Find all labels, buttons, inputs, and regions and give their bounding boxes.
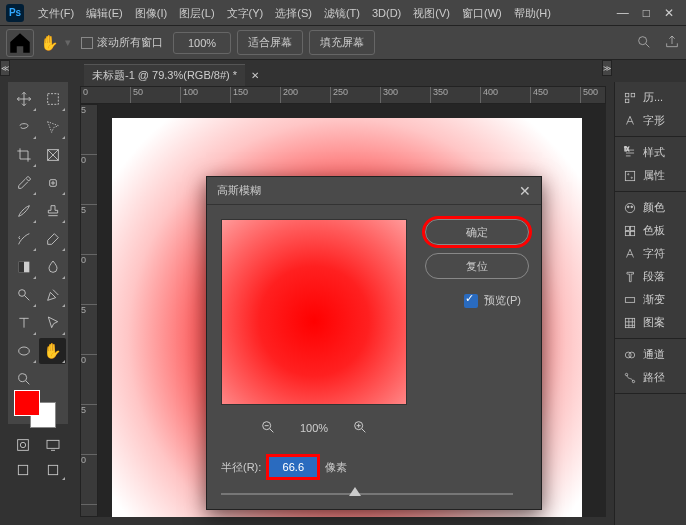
window-maximize-icon[interactable]: □ <box>643 6 650 20</box>
panel-swatches[interactable]: 色板 <box>615 219 686 242</box>
fit-screen-button[interactable]: 适合屏幕 <box>237 30 303 55</box>
svg-rect-9 <box>18 440 29 451</box>
panel-glyphs[interactable]: 字形 <box>615 109 686 132</box>
zoom-in-icon[interactable] <box>352 419 368 437</box>
reset-button[interactable]: 复位 <box>425 253 529 279</box>
type-tool[interactable] <box>10 310 37 336</box>
heal-tool[interactable] <box>39 170 66 196</box>
document-tab[interactable]: 未标题-1 @ 79.3%(RGB/8#) * ✕ <box>80 64 269 86</box>
svg-point-23 <box>631 205 633 207</box>
home-icon[interactable] <box>6 29 34 57</box>
share-icon[interactable] <box>664 34 680 52</box>
hand-tool-icon[interactable]: ✋ <box>40 34 59 52</box>
blur-tool[interactable] <box>39 254 66 280</box>
menu-layer[interactable]: 图层(L) <box>173 0 220 26</box>
quick-mask-icon[interactable] <box>10 434 37 456</box>
options-bar: ✋ ▾ 滚动所有窗口 100% 适合屏幕 填充屏幕 <box>0 26 686 60</box>
quick-select-tool[interactable] <box>39 114 66 140</box>
brush-tool[interactable] <box>10 198 37 224</box>
foreground-color-swatch[interactable] <box>14 390 40 416</box>
svg-rect-25 <box>631 226 635 230</box>
color-swatches[interactable] <box>12 388 58 430</box>
search-icon[interactable] <box>636 34 652 52</box>
history-brush-tool[interactable] <box>10 226 37 252</box>
dodge-tool[interactable] <box>10 282 37 308</box>
svg-point-31 <box>629 352 635 358</box>
preview-checkbox[interactable]: 预览(P) <box>464 293 521 308</box>
radius-input[interactable]: 66.6 <box>269 457 317 477</box>
radius-label: 半径(R): <box>221 460 261 475</box>
shape-tool[interactable] <box>10 338 37 364</box>
menu-type[interactable]: 文字(Y) <box>221 0 270 26</box>
svg-point-19 <box>628 173 629 174</box>
preview-area[interactable] <box>221 219 407 405</box>
dialog-close-icon[interactable]: ✕ <box>519 183 531 199</box>
checkbox-icon <box>464 294 478 308</box>
lasso-tool[interactable] <box>10 114 37 140</box>
screen-mode-icon[interactable] <box>40 434 67 456</box>
left-collapse-icon[interactable]: ≪ <box>0 60 10 76</box>
window-minimize-icon[interactable]: — <box>617 6 629 20</box>
panel-gradients[interactable]: 渐变 <box>615 288 686 311</box>
svg-point-10 <box>21 442 26 447</box>
svg-rect-16 <box>625 99 629 103</box>
right-panels: 历... 字形 fx样式 属性 颜色 色板 字符 段落 渐变 图案 通道 路径 <box>614 82 686 525</box>
svg-rect-11 <box>47 440 59 448</box>
zoom-level-button[interactable]: 100% <box>173 32 231 54</box>
panel-character[interactable]: 字符 <box>615 242 686 265</box>
app-logo: Ps <box>6 4 24 22</box>
scroll-all-checkbox[interactable]: 滚动所有窗口 <box>77 35 167 50</box>
panel-color[interactable]: 颜色 <box>615 196 686 219</box>
hand-tool[interactable]: ✋ <box>39 338 66 364</box>
menu-window[interactable]: 窗口(W) <box>456 0 508 26</box>
close-tab-icon[interactable]: ✕ <box>245 70 265 81</box>
svg-point-7 <box>18 347 29 355</box>
slider-thumb-icon[interactable] <box>349 487 361 496</box>
gaussian-blur-dialog: 高斯模糊 ✕ 确定 复位 预览(P) 100% 半径(R): 66.6 像素 <box>206 176 542 510</box>
frame-tool[interactable] <box>39 142 66 168</box>
svg-point-21 <box>625 203 634 212</box>
menu-edit[interactable]: 编辑(E) <box>80 0 129 26</box>
stamp-tool[interactable] <box>39 198 66 224</box>
menu-image[interactable]: 图像(I) <box>129 0 173 26</box>
svg-point-30 <box>625 352 631 358</box>
marquee-tool[interactable] <box>39 86 66 112</box>
radius-slider[interactable] <box>221 487 513 501</box>
path-select-tool[interactable] <box>39 310 66 336</box>
menu-file[interactable]: 文件(F) <box>32 0 80 26</box>
gradient-tool[interactable] <box>10 254 37 280</box>
menu-help[interactable]: 帮助(H) <box>508 0 557 26</box>
svg-point-22 <box>627 205 629 207</box>
ok-button[interactable]: 确定 <box>425 219 529 245</box>
eyedropper-tool[interactable] <box>10 170 37 196</box>
svg-rect-29 <box>625 318 634 327</box>
menu-view[interactable]: 视图(V) <box>407 0 456 26</box>
crop-tool[interactable] <box>10 142 37 168</box>
svg-rect-26 <box>625 231 629 235</box>
panel-history[interactable]: 历... <box>615 86 686 109</box>
pen-tool[interactable] <box>39 282 66 308</box>
svg-rect-12 <box>19 465 28 474</box>
panel-patterns[interactable]: 图案 <box>615 311 686 334</box>
dialog-title: 高斯模糊 <box>217 183 261 198</box>
extra-tool-2[interactable] <box>40 459 67 481</box>
move-tool[interactable] <box>10 86 37 112</box>
window-close-icon[interactable]: ✕ <box>664 6 674 20</box>
panel-paths[interactable]: 路径 <box>615 366 686 389</box>
fill-screen-button[interactable]: 填充屏幕 <box>309 30 375 55</box>
ruler-vertical: 50505050 <box>80 104 98 517</box>
eraser-tool[interactable] <box>39 226 66 252</box>
panel-paragraph[interactable]: 段落 <box>615 265 686 288</box>
svg-rect-1 <box>47 94 58 105</box>
panel-properties[interactable]: 属性 <box>615 164 686 187</box>
extra-tool-1[interactable] <box>10 459 37 481</box>
preview-zoom-level: 100% <box>300 422 328 434</box>
zoom-out-icon[interactable] <box>260 419 276 437</box>
radius-unit: 像素 <box>325 460 347 475</box>
menu-select[interactable]: 选择(S) <box>269 0 318 26</box>
menu-filter[interactable]: 滤镜(T) <box>318 0 366 26</box>
panel-channels[interactable]: 通道 <box>615 343 686 366</box>
panel-styles[interactable]: fx样式 <box>615 141 686 164</box>
menu-3d[interactable]: 3D(D) <box>366 0 407 26</box>
right-collapse-icon[interactable]: ≫ <box>602 60 612 76</box>
